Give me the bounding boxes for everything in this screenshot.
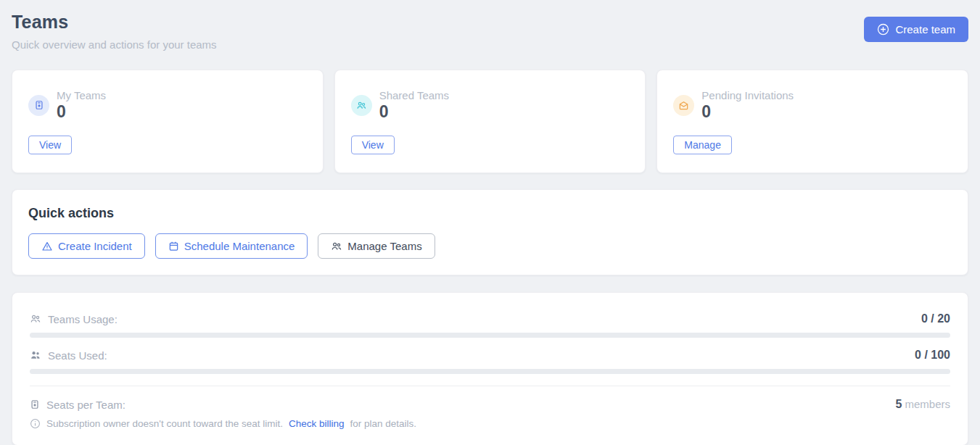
seats-per-team-value: 5 members xyxy=(895,398,950,411)
check-billing-link[interactable]: Check billing xyxy=(289,418,345,429)
schedule-maintenance-button[interactable]: Schedule Maintenance xyxy=(155,233,308,259)
plus-circle-icon xyxy=(877,23,889,36)
manage-teams-label: Manage Teams xyxy=(347,240,421,252)
note-suffix: for plan details. xyxy=(350,418,417,429)
note-prefix: Subscription owner doesn't count toward … xyxy=(46,418,283,429)
stat-label: Pending Invitations xyxy=(701,89,794,101)
calendar-icon xyxy=(168,241,179,251)
warning-triangle-icon xyxy=(41,241,53,252)
seats-used-value: 0 / 100 xyxy=(915,349,950,362)
my-teams-card: My Teams 0 View xyxy=(12,70,324,173)
people-filled-icon xyxy=(30,349,41,361)
teams-usage-label: Teams Usage: xyxy=(48,313,118,325)
create-team-button[interactable]: Create team xyxy=(864,17,968,42)
page-title: Teams xyxy=(12,12,217,33)
shared-teams-view-button[interactable]: View xyxy=(351,136,395,154)
usage-divider xyxy=(30,386,950,386)
usage-panel: Teams Usage: 0 / 20 Seats Used: 0 / 100 xyxy=(12,292,968,445)
schedule-maintenance-label: Schedule Maintenance xyxy=(184,240,295,252)
seats-per-team-label: Seats per Team: xyxy=(46,399,125,411)
stat-value: 0 xyxy=(701,103,794,121)
stat-label: My Teams xyxy=(57,89,106,101)
teams-usage-progressbar xyxy=(30,333,950,338)
seats-used-progressbar xyxy=(30,369,950,374)
create-team-label: Create team xyxy=(895,23,955,36)
teams-usage-value: 0 / 20 xyxy=(921,312,950,325)
quick-actions-title: Quick actions xyxy=(28,206,952,221)
create-incident-button[interactable]: Create Incident xyxy=(28,233,145,259)
create-incident-label: Create Incident xyxy=(58,240,132,252)
manage-teams-button[interactable]: Manage Teams xyxy=(318,233,435,259)
page-subtitle: Quick overview and actions for your team… xyxy=(12,38,217,51)
stat-value: 0 xyxy=(379,103,449,121)
page-header: Teams Quick overview and actions for you… xyxy=(12,12,968,51)
people-outline-icon xyxy=(331,241,342,252)
people-outline-icon xyxy=(30,313,41,325)
seats-used-label: Seats Used: xyxy=(48,349,107,362)
shared-teams-card: Shared Teams 0 View xyxy=(334,70,646,173)
pending-invitations-card: Pending Invitations 0 Manage xyxy=(656,70,968,173)
stat-label: Shared Teams xyxy=(379,89,449,101)
pending-invitations-manage-button[interactable]: Manage xyxy=(673,136,732,154)
stat-cards-row: My Teams 0 View Shared Teams 0 View xyxy=(12,70,968,173)
info-circle-icon xyxy=(30,418,41,429)
seat-limit-note: Subscription owner doesn't count toward … xyxy=(30,415,950,433)
badge-icon xyxy=(30,399,40,409)
stat-value: 0 xyxy=(57,103,106,121)
my-teams-view-button[interactable]: View xyxy=(28,136,72,154)
badge-icon xyxy=(28,95,49,116)
quick-actions-panel: Quick actions Create Incident Schedule M… xyxy=(12,189,968,275)
mail-open-icon xyxy=(673,95,694,116)
group-icon xyxy=(351,95,372,116)
